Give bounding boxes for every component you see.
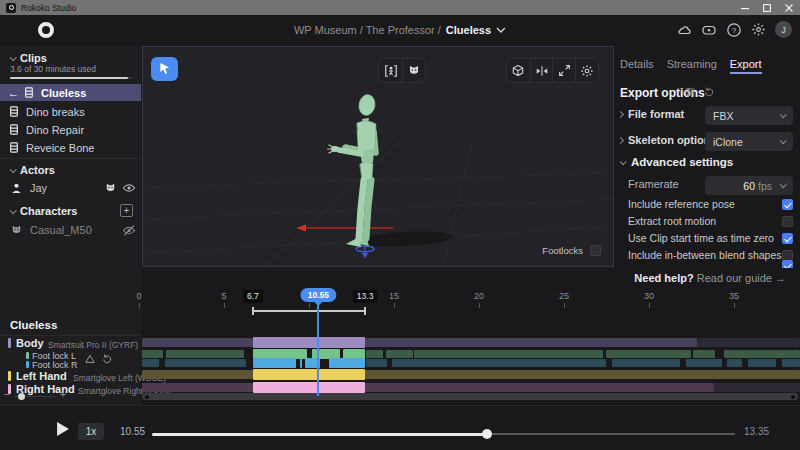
zoom-in-icon[interactable]: + (60, 389, 66, 400)
calibration-triangle-icon[interactable] (84, 353, 96, 365)
file-format-label-row[interactable]: File format (618, 108, 684, 120)
track-name-body[interactable]: Body (16, 337, 44, 349)
actors-title: Actors (20, 164, 55, 176)
actors-section-header[interactable]: Actors (10, 164, 55, 176)
extract-root-motion-checkbox[interactable] (782, 216, 793, 227)
clip-item-dino-breaks[interactable]: Dino breaks (0, 103, 141, 120)
playhead-badge[interactable]: 10.55 (301, 288, 336, 302)
chevron-down-icon (496, 27, 506, 33)
ruler-tick-label: 25 (559, 291, 569, 301)
chevron-down-icon (10, 54, 17, 61)
clip-item-clueless[interactable]: ← Clueless (0, 84, 141, 101)
clips-section-header[interactable]: Clips (10, 52, 47, 64)
tab-details[interactable]: Details (620, 58, 654, 74)
character-view-button[interactable] (402, 59, 425, 82)
viewport-settings-gear-icon[interactable] (575, 59, 598, 82)
include-reference-pose-checkbox[interactable] (782, 199, 793, 210)
timeline-clip-title: Clueless (10, 319, 57, 331)
center-view-icon[interactable] (530, 59, 553, 82)
character-item-casual-m50[interactable]: Casual_M50 (10, 222, 135, 238)
playback-speed-button[interactable]: 1x (78, 423, 104, 440)
file-format-value: FBX (713, 110, 733, 122)
read-our-guide-link[interactable]: Read our guide → (697, 272, 786, 284)
timeline-segment-dim (166, 350, 244, 358)
footlocks-checkbox[interactable] (590, 245, 601, 256)
in-between-blend-shapes-checkbox[interactable] (782, 250, 793, 261)
characters-section-header[interactable]: Characters (10, 205, 77, 217)
cloud-icon[interactable] (675, 21, 692, 38)
checkbox-label: Include reference pose (628, 198, 735, 210)
skeleton-options-dropdown[interactable]: iClone (705, 132, 793, 151)
back-arrow-icon[interactable]: ← (8, 87, 19, 99)
clipped-checkbox[interactable] (782, 260, 793, 269)
reset-icon[interactable] (101, 353, 113, 365)
clip-item-dino-repair[interactable]: Dino Repair (0, 121, 141, 138)
timeline-segment-bright[interactable] (300, 358, 303, 368)
app-icon (6, 3, 16, 13)
chevron-down-icon (780, 181, 787, 188)
file-format-dropdown[interactable]: FBX (705, 106, 793, 125)
clip-start-time-zero-checkbox[interactable] (782, 233, 793, 244)
timeline-segment-dim (142, 383, 713, 392)
ruler-tick-mark (309, 303, 310, 308)
chevron-right-icon (618, 136, 624, 143)
device-manager-icon[interactable] (700, 21, 717, 38)
timeline-segment-bright[interactable] (329, 358, 365, 368)
help-icon[interactable]: ? (725, 21, 742, 38)
play-button[interactable] (57, 422, 69, 436)
zoom-out-icon[interactable]: − (4, 389, 10, 400)
range-end-badge[interactable]: 13.3 (353, 290, 378, 303)
presets-sliders-icon[interactable] (684, 86, 696, 98)
timeline-segment-dim (142, 338, 696, 347)
user-avatar[interactable]: J (775, 21, 792, 38)
skeleton-options-label-row[interactable]: Skeleton options (618, 134, 717, 146)
breadcrumb[interactable]: WP Museum / The Professor / Clueless (294, 24, 506, 36)
add-character-button[interactable]: + (120, 204, 133, 217)
timeline-segment-dim (727, 359, 742, 367)
advanced-settings-header[interactable]: Advanced settings (620, 156, 733, 168)
timeline-zoom-slider[interactable]: − + (4, 391, 74, 401)
ruler-tick-mark (649, 303, 650, 308)
eye-off-icon[interactable] (122, 224, 136, 237)
track-name-left-hand[interactable]: Left Hand (16, 370, 67, 382)
playback-slider[interactable] (152, 433, 735, 435)
reset-icon[interactable] (703, 86, 715, 98)
3d-cube-icon[interactable] (507, 59, 530, 82)
inspector-tabs: Details Streaming Export (620, 58, 762, 74)
character-name: Casual_M50 (30, 224, 92, 236)
settings-gear-icon[interactable] (750, 21, 767, 38)
eye-icon[interactable] (122, 182, 136, 194)
footlocks-toggle[interactable]: Footlocks (542, 245, 601, 256)
maximize-button[interactable] (756, 0, 778, 15)
zoom-slider-handle[interactable] (18, 393, 25, 400)
playhead-line[interactable] (317, 303, 319, 396)
track-name-foot-lock-r[interactable]: Foot lock R (32, 360, 78, 370)
actor-item-jay[interactable]: Jay (10, 180, 135, 196)
breadcrumb-current: Clueless (446, 24, 491, 36)
fullscreen-expand-icon[interactable] (552, 59, 575, 82)
timeline-segment-dim (693, 350, 715, 358)
clip-item-reveice-bone[interactable]: Reveice Bone (0, 139, 141, 156)
timeline-segment-dim (606, 350, 692, 358)
viewport-3d[interactable]: Footlocks (142, 46, 614, 267)
clip-label: Dino Repair (26, 124, 84, 136)
timeline-segment-bright[interactable] (253, 369, 365, 380)
timeline-horizontal-scrollbar[interactable] (142, 393, 798, 400)
checkbox-label: Extract root motion (628, 215, 716, 227)
close-button[interactable] (778, 0, 800, 15)
timeline-segment-dim (724, 350, 800, 358)
minimize-button[interactable] (734, 0, 756, 15)
actor-tracking-button[interactable] (379, 59, 402, 82)
select-tool-button[interactable] (151, 57, 178, 81)
tab-streaming[interactable]: Streaming (667, 58, 717, 74)
timeline-segment-bright[interactable] (253, 337, 365, 348)
cursor-icon (158, 62, 171, 76)
playback-slider-thumb[interactable] (482, 429, 492, 439)
framerate-dropdown[interactable]: 60 fps (705, 176, 793, 195)
title-bar: Rokoko Studio (0, 0, 800, 15)
timeline-tracks-area[interactable] (142, 312, 800, 396)
tab-export[interactable]: Export (730, 58, 762, 74)
timeline-segment-bright[interactable] (253, 382, 365, 393)
timeline-segment-bright[interactable] (253, 358, 296, 368)
range-start-badge[interactable]: 6.7 (243, 290, 263, 303)
